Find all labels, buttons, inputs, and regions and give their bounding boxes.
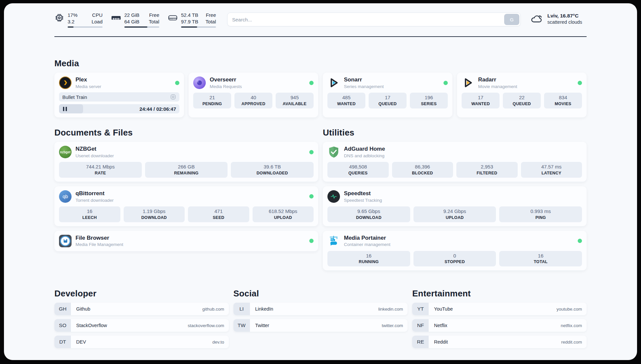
stat-seed: 471SEED (188, 206, 249, 222)
nzbget-icon: nzbget (59, 146, 72, 158)
app-description: Movie management (478, 84, 517, 89)
app-description: DNS and adblocking (344, 153, 385, 158)
weather-widget: Lviv, 16.87°C scattered clouds (531, 13, 587, 25)
dashboard-panel: 17% 3.2 CPU Load (4, 3, 637, 360)
app-description: Media Requests (210, 84, 242, 89)
stat-available: 945AVAILABLE (276, 93, 314, 108)
cpu-load-value: 3.2 (68, 18, 77, 25)
bookmark-dev[interactable]: DT DEV dev.to (54, 336, 229, 348)
stat-latency: 47.57 msLATENCY (521, 162, 582, 178)
stat-ping: 0.993 msPING (499, 206, 582, 222)
bookmark-url: netflix.com (561, 323, 582, 328)
radarr-card[interactable]: Radarr Movie management 17WANTED 22QUEUE… (457, 73, 587, 117)
cpu-usage-value: 17% (68, 12, 77, 18)
status-online-dot (309, 150, 314, 154)
section-title-entertainment: Entertainment (412, 288, 587, 299)
bookmark-youtube[interactable]: YT YouTube youtube.com (412, 303, 587, 315)
now-playing-title: Bullet Train (62, 94, 87, 100)
disk-free-value: 52.4 TB (181, 12, 198, 18)
app-name: AdGuard Home (344, 146, 385, 152)
stat-stopped: 0STOPPED (413, 251, 496, 267)
portainer-card[interactable]: Media Portainer Container management 16R… (323, 231, 587, 271)
status-online-dot (175, 81, 179, 85)
filebrowser-card[interactable]: File Browser Media File Management (54, 231, 318, 251)
plex-card[interactable]: Plex Media server Bullet Train (54, 73, 184, 117)
status-online-dot (309, 194, 314, 198)
session-view-button[interactable] (170, 94, 176, 100)
status-online-dot (578, 81, 582, 85)
app-name: Speedtest (344, 190, 382, 197)
app-name: Plex (76, 76, 101, 83)
memory-free-label: Free (149, 12, 159, 18)
bookmark-stackoverflow[interactable]: SO StackOverflow stackoverflow.com (54, 319, 229, 332)
search-engine-button[interactable]: G (504, 14, 519, 25)
bookmark-netflix[interactable]: NF Netflix netflix.com (412, 319, 587, 332)
adguard-card[interactable]: AdGuard Home DNS and adblocking 498,508Q… (323, 142, 587, 182)
stat-wanted: 485WANTED (327, 93, 365, 108)
stat-queued: 17QUEUED (369, 93, 407, 108)
sonarr-card[interactable]: Sonarr Series management 485WANTED 17QUE… (323, 73, 452, 117)
disk-widget: 52.4 TB 97.9 TB Free Total (168, 12, 216, 28)
bookmark-url: youtube.com (557, 307, 582, 312)
bookmark-name: DEV (76, 339, 86, 345)
bookmark-github[interactable]: GH Github github.com (54, 303, 229, 315)
disk-total-label: Total (205, 18, 216, 25)
status-online-dot (578, 239, 582, 243)
bookmark-url: twitter.com (382, 323, 403, 328)
stat-queued: 22QUEUED (503, 93, 541, 108)
cpu-widget: 17% 3.2 CPU Load (54, 12, 103, 28)
pause-button[interactable] (63, 107, 67, 111)
stat-series: 196SERIES (410, 93, 448, 108)
stat-rate: 744.21 MbpsRATE (59, 162, 142, 178)
bookmark-name: Netflix (434, 323, 447, 328)
qbittorrent-card[interactable]: qb qBittorrent Torrent downloader 16LEEC… (54, 186, 318, 226)
stat-remaining: 266 GBREMAINING (145, 162, 228, 178)
bookmark-abbr: DT (54, 336, 71, 348)
stat-approved: 40APPROVED (234, 93, 272, 108)
stat-upload: 9.24 GbpsUPLOAD (413, 206, 496, 222)
stat-queries: 498,508QUERIES (327, 162, 389, 178)
disk-total-value: 97.9 TB (181, 18, 198, 25)
cpu-icon (54, 13, 64, 23)
topbar-divider (54, 36, 587, 37)
nzbget-card[interactable]: nzbget NZBGet Usenet downloader 744.21 M… (54, 142, 318, 182)
bookmark-name: Github (76, 306, 90, 312)
stat-running: 16RUNNING (327, 251, 410, 267)
cloud-icon (531, 14, 543, 24)
bookmark-url: dev.to (212, 340, 224, 345)
section-title-developer: Developer (54, 288, 229, 299)
bookmark-abbr: SO (54, 319, 71, 332)
search-bar: G (227, 13, 521, 26)
section-title-utilities: Utilities (323, 127, 587, 138)
bookmark-name: LinkedIn (255, 306, 273, 312)
app-description: Container management (344, 242, 390, 247)
plex-icon (59, 76, 72, 89)
speedtest-card[interactable]: Speedtest Speedtest Tracking 9.65 GbpsDO… (323, 186, 587, 226)
section-title-documents: Documents & Files (54, 127, 318, 138)
section-title-social: Social (233, 288, 408, 299)
player-progress-fill (59, 104, 83, 113)
bookmark-name: Twitter (255, 323, 269, 328)
app-description: Speedtest Tracking (344, 198, 382, 203)
app-name: Sonarr (344, 76, 384, 83)
bookmark-reddit[interactable]: RE Reddit reddit.com (412, 336, 587, 348)
app-name: NZBGet (76, 146, 114, 152)
load-label: Load (92, 18, 103, 25)
bookmark-linkedin[interactable]: LI LinkedIn linkedin.com (233, 303, 408, 315)
bookmark-twitter[interactable]: TW Twitter twitter.com (233, 319, 408, 332)
overseerr-card[interactable]: Overseerr Media Requests 21PENDING 40APP… (189, 73, 318, 117)
memory-widget: 22 GiB 64 GiB Free Total (111, 12, 159, 28)
memory-progress-bar (124, 26, 159, 28)
memory-total-value: 64 GiB (124, 18, 139, 25)
status-online-dot (309, 239, 314, 243)
weather-location: Lviv, 16.87°C (547, 13, 582, 19)
stat-downloaded: 39.6 TBDOWNLOADED (231, 162, 314, 178)
qbittorrent-icon: qb (59, 190, 72, 203)
search-input[interactable] (228, 17, 520, 22)
bookmark-abbr: NF (412, 319, 429, 332)
top-bar: 17% 3.2 CPU Load (54, 3, 587, 28)
status-online-dot (309, 81, 314, 85)
stat-total: 16TOTAL (499, 251, 582, 267)
bookmark-abbr: YT (412, 303, 429, 315)
bookmark-abbr: RE (412, 336, 429, 348)
